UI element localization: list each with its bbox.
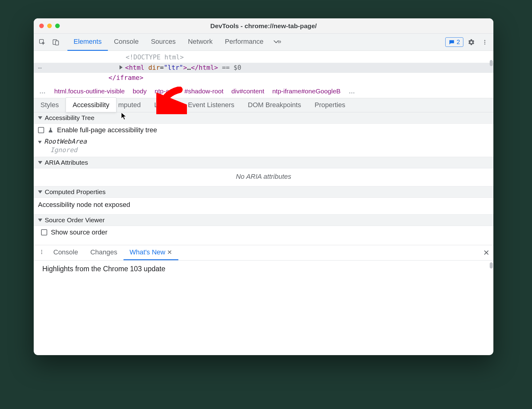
experiment-flask-icon xyxy=(48,127,53,133)
section-title: Computed Properties xyxy=(45,188,105,196)
subtab-dombreakpoints[interactable]: DOM Breakpoints xyxy=(241,98,308,112)
drawer-tab-console[interactable]: Console xyxy=(47,245,84,260)
titlebar: DevTools - chrome://new-tab-page/ xyxy=(34,18,493,34)
breadcrumb-overflow-left[interactable]: … xyxy=(39,88,46,95)
zoom-window-button[interactable] xyxy=(55,24,60,28)
drawer-scrollbar-thumb[interactable] xyxy=(490,262,493,268)
disclosure-triangle-icon xyxy=(38,161,42,164)
section-title: Accessibility Tree xyxy=(45,114,94,122)
svg-point-6 xyxy=(41,250,42,251)
drawer-tabs: Console Changes What's New ✕ xyxy=(34,245,493,261)
svg-point-3 xyxy=(484,40,485,41)
tab-network[interactable]: Network xyxy=(182,34,219,51)
crumb-body[interactable]: body xyxy=(133,88,147,95)
dom-tree[interactable]: ⋯ <!DOCTYPE html> <html dir="ltr">…</htm… xyxy=(34,51,493,86)
subtab-styles[interactable]: Styles xyxy=(34,98,66,112)
disclosure-triangle-icon xyxy=(38,219,42,222)
crumb-shadow[interactable]: #shadow-root xyxy=(184,88,223,95)
section-computed-properties[interactable]: Computed Properties xyxy=(34,186,493,198)
subtab-eventlisteners[interactable]: Event Listeners xyxy=(181,98,241,112)
row-show-source-order: Show source order xyxy=(34,226,493,239)
checkbox-enable-fullpage-tree[interactable] xyxy=(38,127,44,133)
issues-count: 2 xyxy=(457,39,460,46)
panel-tabs: Elements Console Sources Network Perform… xyxy=(67,34,284,51)
drawer-more-icon[interactable] xyxy=(36,249,47,257)
tab-elements[interactable]: Elements xyxy=(67,34,108,51)
drawer-tab-label: What's New xyxy=(130,248,165,256)
crumb-html[interactable]: html.focus-outline-visible xyxy=(54,88,125,95)
no-aria-text: No ARIA attributes xyxy=(34,168,493,186)
label-enable-fullpage-tree: Enable full-page accessibility tree xyxy=(57,126,157,134)
dom-scrollbar-thumb[interactable] xyxy=(490,60,493,66)
tab-sources[interactable]: Sources xyxy=(145,34,182,51)
dom-gutter-ellipsis[interactable]: ⋯ xyxy=(34,51,46,86)
crumb-content[interactable]: div#content xyxy=(231,88,264,95)
device-toolbar-icon[interactable] xyxy=(50,37,61,48)
subtab-accessibility[interactable]: Accessibility xyxy=(66,97,116,112)
tab-console[interactable]: Console xyxy=(108,34,145,51)
drawer-tab-whatsnew[interactable]: What's New ✕ xyxy=(124,245,179,260)
label-show-source-order: Show source order xyxy=(51,228,108,236)
traffic-lights xyxy=(39,24,60,28)
inspect-element-icon[interactable] xyxy=(37,37,48,48)
section-title: Source Order Viewer xyxy=(45,216,105,224)
drawer: Console Changes What's New ✕ Highlights … xyxy=(34,245,493,285)
svg-point-5 xyxy=(484,43,485,44)
row-enable-fullpage-tree: Enable full-page accessibility tree xyxy=(34,124,493,137)
window-title: DevTools - chrome://new-tab-page/ xyxy=(34,22,493,30)
tree-root-web-area[interactable]: RootWebArea xyxy=(34,137,493,146)
whatsnew-headline: Highlights from the Chrome 103 update xyxy=(42,265,165,273)
drawer-body: Highlights from the Chrome 103 update xyxy=(34,261,493,285)
devtools-window: DevTools - chrome://new-tab-page/ Elemen… xyxy=(34,18,493,355)
close-tab-icon[interactable]: ✕ xyxy=(167,249,172,256)
checkbox-show-source-order[interactable] xyxy=(41,229,47,235)
close-window-button[interactable] xyxy=(39,24,44,28)
subtab-layout[interactable]: Layout xyxy=(147,98,181,112)
crumb-ntpapp[interactable]: ntp-app xyxy=(154,88,176,95)
section-accessibility-tree[interactable]: Accessibility Tree xyxy=(34,112,493,124)
minimize-window-button[interactable] xyxy=(47,24,52,28)
subtab-computed[interactable]: mputed xyxy=(116,98,147,112)
tab-performance[interactable]: Performance xyxy=(219,34,270,51)
tree-ignored[interactable]: Ignored xyxy=(34,146,493,157)
dom-line-doctype[interactable]: <!DOCTYPE html> xyxy=(34,52,493,63)
dom-line-html[interactable]: <html dir="ltr">…</html> == $0 xyxy=(34,63,493,73)
issues-badge[interactable]: 2 xyxy=(445,37,463,47)
tabs-overflow-icon[interactable]: » xyxy=(270,34,284,51)
settings-gear-icon[interactable] xyxy=(466,37,477,48)
drawer-close-icon[interactable] xyxy=(483,245,490,260)
subtab-properties[interactable]: Properties xyxy=(308,98,352,112)
accessibility-panel: Accessibility Tree Enable full-page acce… xyxy=(34,112,493,239)
disclosure-triangle-icon xyxy=(38,116,42,119)
main-toolbar: Elements Console Sources Network Perform… xyxy=(34,34,493,51)
svg-point-4 xyxy=(484,42,485,43)
svg-point-8 xyxy=(41,253,42,254)
svg-point-7 xyxy=(41,252,42,253)
sidebar-tabs: Styles Accessibility mputed Layout Event… xyxy=(34,98,493,112)
disclosure-triangle-icon xyxy=(38,190,42,193)
disclosure-triangle-icon xyxy=(38,141,42,144)
more-menu-icon[interactable] xyxy=(479,37,490,48)
crumb-iframe[interactable]: ntp-iframe#oneGoogleB xyxy=(272,88,340,95)
drawer-tab-changes[interactable]: Changes xyxy=(84,245,124,260)
expand-triangle-icon[interactable] xyxy=(120,65,123,69)
section-title: ARIA Attributes xyxy=(45,159,88,166)
breadcrumb: … html.focus-outline-visible body ntp-ap… xyxy=(34,86,493,98)
svg-rect-2 xyxy=(55,41,59,45)
computed-not-exposed: Accessibility node not exposed xyxy=(34,198,493,214)
dom-line-iframe-close[interactable]: </iframe> xyxy=(34,73,493,83)
section-source-order[interactable]: Source Order Viewer xyxy=(34,214,493,226)
breadcrumb-overflow-right[interactable]: … xyxy=(348,88,355,95)
section-aria-attributes[interactable]: ARIA Attributes xyxy=(34,157,493,168)
